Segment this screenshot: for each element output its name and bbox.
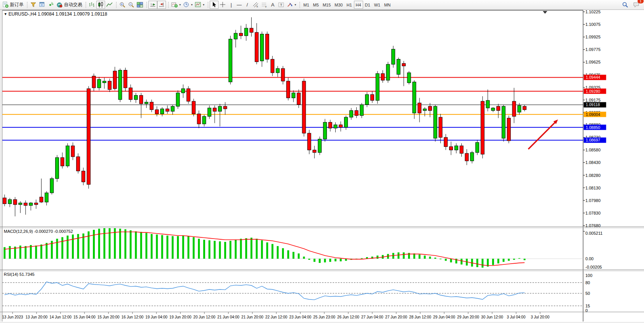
macd-histogram-bar	[166, 235, 168, 259]
macd-histogram-bar	[314, 259, 316, 262]
candle-body	[124, 70, 127, 88]
cursor-tool-button[interactable]	[210, 1, 218, 9]
indicators-caret-icon: ▾	[179, 3, 181, 6]
macd-histogram-bar	[419, 255, 421, 259]
timeframe-w1[interactable]: W1	[372, 1, 383, 9]
horizontal-line-tool-button[interactable]: —	[235, 1, 243, 9]
candle-body	[202, 116, 206, 124]
macd-histogram-bar	[140, 232, 142, 259]
candle-body	[244, 28, 248, 36]
line-chart-icon	[106, 2, 113, 8]
macd-histogram-bar	[340, 259, 342, 261]
templates-button[interactable]: ▾	[194, 1, 206, 9]
line-chart-button[interactable]	[105, 1, 114, 9]
crosshair-tool-button[interactable]	[218, 1, 227, 9]
macd-histogram-bar	[161, 235, 163, 259]
candle-body	[308, 133, 311, 150]
macd-histogram-bar	[61, 237, 63, 259]
timeframe-m15[interactable]: M15	[321, 1, 333, 9]
market-watch-button[interactable]	[38, 1, 46, 9]
text-label-tool-button[interactable]: T	[277, 1, 285, 9]
zoom-in-button[interactable]	[118, 1, 127, 9]
price-tick-label: 1.07830	[585, 211, 601, 215]
candle-body	[402, 64, 405, 66]
date-label: 25 Jun 23:00	[313, 315, 335, 319]
auto-scroll-button[interactable]	[148, 1, 157, 9]
candle-body	[502, 106, 505, 138]
macd-histogram-bar	[335, 259, 336, 261]
timeframe-d1[interactable]: D1	[363, 1, 372, 9]
candle-body	[360, 105, 363, 116]
vertical-line-tool-button[interactable]: |	[227, 1, 235, 9]
trendline-icon: /	[247, 2, 248, 7]
macd-histogram-bar	[481, 259, 483, 267]
auto-trading-button[interactable]: 自动交易	[55, 1, 83, 9]
symbol-collapse-icon: ▼	[4, 12, 7, 16]
candle-body	[66, 146, 69, 166]
macd-histogram-bar	[450, 259, 452, 263]
candle-body	[481, 101, 484, 154]
trendline-tool-button[interactable]: /	[243, 1, 251, 9]
macd-scale-bottom: -0.00205	[585, 265, 602, 269]
candle-body	[486, 100, 489, 108]
timeframe-h4[interactable]: H4	[354, 1, 363, 9]
timeframe-m1[interactable]: M1	[301, 1, 311, 9]
search-icon	[622, 2, 628, 8]
svg-text:F: F	[265, 6, 267, 8]
candle-body	[344, 117, 348, 127]
candle-body	[450, 146, 453, 150]
timeframe-h1[interactable]: H1	[344, 1, 354, 9]
tile-windows-button[interactable]	[135, 1, 144, 9]
macd-histogram-bar	[119, 229, 121, 259]
candle-body	[328, 122, 332, 128]
date-label: 13 Jun 2023	[2, 315, 23, 319]
profiles-button[interactable]	[29, 1, 38, 9]
text-tool-button[interactable]: A	[269, 1, 277, 9]
new-order-button[interactable]: 新订单	[1, 1, 25, 9]
macd-histogram-bar	[308, 259, 310, 260]
candle-body	[24, 203, 27, 205]
timeframe-m5[interactable]: M5	[311, 1, 320, 9]
chart-ohlc-values: 1.09084 1.09134 1.09079 1.09118	[38, 11, 107, 17]
macd-histogram-bar	[93, 230, 95, 259]
fibonacci-tool-button[interactable]: F	[260, 1, 269, 9]
macd-histogram-bar	[524, 259, 526, 260]
text-icon: A	[271, 2, 274, 7]
candle-body	[381, 73, 384, 80]
chart-shift-icon	[158, 2, 165, 8]
timeframe-mn[interactable]: MN	[382, 1, 392, 9]
equidistant-channel-icon: E	[252, 2, 259, 8]
date-label: 15 Jun 04:00	[73, 315, 96, 319]
timeframe-m30[interactable]: M30	[333, 1, 344, 9]
candle-body	[150, 102, 153, 110]
macd-histogram-bar	[198, 239, 200, 259]
indicators-button[interactable]: ▾	[170, 1, 182, 9]
zoom-out-button[interactable]	[127, 1, 135, 9]
arrows-tool-button[interactable]: ▾	[285, 1, 297, 9]
macd-scale-top: 0.005211	[585, 231, 603, 235]
search-button[interactable]	[621, 1, 630, 9]
price-line-badge-label: 1.09118	[586, 102, 600, 107]
vertical-line-icon: |	[231, 2, 232, 7]
macd-histogram-bar	[124, 229, 126, 259]
periods-button[interactable]: ▾	[182, 1, 194, 9]
candle-body	[465, 153, 469, 161]
bar-chart-icon	[89, 2, 95, 8]
channel-tool-button[interactable]: E	[251, 1, 260, 9]
chart-canvas[interactable]: 1.102251.100751.099251.097751.096251.094…	[0, 0, 644, 323]
bar-chart-button[interactable]	[88, 1, 96, 9]
date-label: 14 Jun 12:00	[49, 315, 72, 319]
notification-badge[interactable]: 1	[638, 0, 644, 3]
candle-body	[318, 139, 322, 153]
signals-button[interactable]	[46, 1, 55, 9]
chart-shift-button[interactable]	[157, 1, 166, 9]
candle-body	[103, 81, 106, 83]
date-label: 20 Jun 12:00	[193, 315, 215, 319]
horizontal-line-icon: —	[237, 2, 242, 7]
macd-histogram-bar	[104, 228, 105, 259]
candlestick-chart-button[interactable]	[96, 1, 105, 9]
price-tick-label: 1.09925	[585, 35, 601, 39]
price-tick-label: 1.08280	[585, 173, 601, 178]
fibonacci-icon: F	[261, 2, 268, 8]
candle-body	[397, 59, 400, 75]
